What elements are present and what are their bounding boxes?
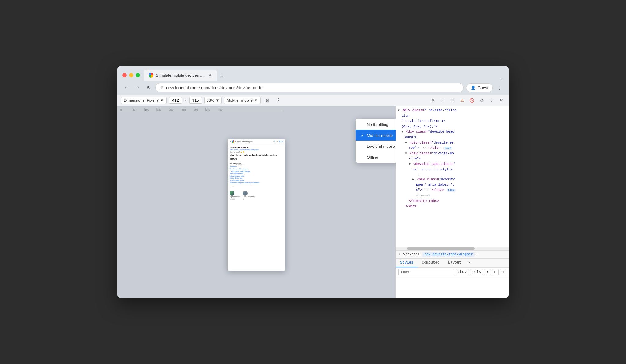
html-line-16: <!---->	[398, 193, 507, 198]
settings-button[interactable]: ⚙	[478, 96, 485, 104]
mobile-frame: ☰ Chrome for Developers 🔍 ☀ Sign in Chro…	[228, 139, 285, 271]
styles-more-tabs-button[interactable]: »	[466, 259, 473, 267]
mobile-avatar-2	[243, 191, 248, 196]
html-tree: ▼ <div class=" devsite-collap tion " sty…	[396, 106, 509, 247]
more-panels-button[interactable]: »	[449, 96, 456, 104]
dimension-selector[interactable]: Dimensions: Pixel 7 ▼	[121, 97, 167, 104]
html-line-8: row"> ··· </div> flex	[398, 145, 507, 151]
mobile-site-name: Chrome for Developers	[235, 141, 253, 143]
breadcrumb-item-nav-tabs[interactable]: nav.devsite-tabs-wrapper	[422, 252, 474, 257]
select-element-button[interactable]: ⎘	[429, 96, 436, 104]
computed-icon-button[interactable]: ⊡	[492, 269, 499, 275]
throttle-label: Mid-tier mobile	[227, 98, 253, 103]
mobile-toc-heading: On this page ⌄	[230, 163, 283, 165]
more-options-button[interactable]: ⋮	[274, 96, 283, 104]
html-line-18: </div>	[398, 204, 507, 209]
browser-menu-button[interactable]: ⋮	[495, 83, 504, 92]
mobile-page-title: Simulate mobile devices with device mode	[230, 154, 283, 161]
html-line-15: s"> ··· </nav> flex	[398, 187, 507, 193]
tab-styles[interactable]: Styles	[396, 259, 418, 267]
collapse-icon-3[interactable]: ▼	[405, 141, 407, 144]
flex-badge-1: flex	[443, 147, 452, 150]
mobile-author-link-twitter: 𝕏	[230, 198, 231, 200]
device-mode-button[interactable]: ▭	[439, 96, 446, 104]
mobile-sign-in: Sign in	[279, 140, 283, 143]
devtools-close-button[interactable]: ✕	[498, 96, 505, 104]
throttle-option-label-4: Offline	[367, 155, 378, 160]
maximize-button[interactable]	[136, 73, 140, 77]
new-tab-button[interactable]: +	[218, 72, 226, 81]
height-input[interactable]	[189, 97, 202, 104]
throttle-button[interactable]: Mid-tier mobile ▼	[224, 97, 261, 104]
title-bar: Simulate mobile devices with ✕ + ⌄	[117, 66, 509, 81]
collapse-icon-5[interactable]: ▼	[409, 162, 411, 166]
toc-item-responsive: Responsive Viewport Mode	[230, 170, 283, 172]
tab-close-button[interactable]: ✕	[207, 73, 212, 78]
back-button[interactable]: ←	[122, 83, 131, 92]
tab-favicon	[149, 73, 153, 78]
html-line-4: (0px, 0px, 0px);">	[398, 124, 507, 129]
new-style-rule-button[interactable]: ⊞	[500, 269, 506, 275]
mobile-brightness-icon: ☀	[276, 140, 278, 143]
styles-filter-bar: :hov .cls + ⊡ ⊞	[396, 268, 509, 277]
guest-button[interactable]: 👤 Guest	[466, 83, 493, 92]
tab-layout[interactable]: Layout	[444, 259, 466, 267]
mobile-author-link-github-2: ◎	[243, 198, 244, 200]
flex-badge-2: flex	[447, 189, 456, 192]
error-icon: 🚫	[468, 96, 476, 104]
zoom-selector[interactable]: 33% ▼	[204, 97, 222, 104]
mobile-author-links-1: 𝕏 ◎ ▣	[230, 198, 240, 200]
tab-title: Simulate mobile devices with	[156, 73, 205, 78]
close-button[interactable]	[122, 73, 127, 77]
html-tree-scrollbar-thumb[interactable]	[407, 247, 475, 250]
tab-bar: Simulate mobile devices with ✕ + ⌄	[144, 70, 504, 81]
styles-panel: Styles Computed Layout » :hov .cls + ⊡ ⊞	[396, 258, 509, 298]
devtools-more-button[interactable]: ⋮	[488, 96, 495, 104]
main-area: 0 50 100 150 200 250 300 350 400 ☰ Chrom	[117, 106, 509, 298]
forward-button[interactable]: →	[133, 83, 142, 92]
toc-item-rotate: Rotate the viewport to landscape orienta…	[230, 182, 283, 184]
breadcrumb-item-ver-tabs[interactable]: ver-tabs	[402, 252, 422, 257]
minimize-button[interactable]	[129, 73, 133, 77]
width-input[interactable]	[169, 97, 182, 104]
mobile-toc-toggle-icon: ⌄	[241, 163, 243, 165]
collapse-icon-2[interactable]: ▼	[401, 130, 403, 133]
reload-button[interactable]: ↻	[144, 83, 153, 92]
throttle-option-mid-tier[interactable]: ✓ Mid-tier mobile	[356, 130, 396, 141]
mobile-avatar-1	[230, 191, 234, 196]
styles-filter-input[interactable]	[398, 269, 454, 275]
device-orientation-button[interactable]: ⊕	[263, 96, 272, 104]
expand-button[interactable]: ⌄	[500, 76, 504, 81]
address-bar[interactable]: ⊕ developer.chrome.com/docs/devtools/dev…	[155, 83, 464, 92]
tab-computed[interactable]: Computed	[418, 259, 444, 267]
dimension-separator: ×	[184, 98, 187, 103]
html-line-5: ▼ <div class="devsite-head	[398, 129, 507, 135]
ruler-top: 0 50 100 150 200 250 300 350 400	[117, 106, 282, 111]
breadcrumb-arrow-right[interactable]: ›	[476, 253, 478, 256]
throttle-option-label-3: Low-end mobile	[367, 144, 395, 149]
address-security-icon: ⊕	[160, 86, 164, 90]
collapse-icon-6[interactable]: ▶	[412, 178, 414, 181]
mobile-header-icons: 🔍 ☀ Sign in	[273, 140, 283, 143]
styles-tabs: Styles Computed Layout »	[396, 259, 509, 268]
cls-button[interactable]: .cls	[470, 269, 483, 275]
mobile-author-1: Kayce Basques 𝕏 ◎ ▣	[230, 191, 240, 200]
active-tab[interactable]: Simulate mobile devices with ✕	[144, 70, 217, 81]
html-tree-scrollbar[interactable]	[396, 247, 509, 250]
collapse-icon-1[interactable]: ▼	[398, 109, 400, 112]
add-style-button[interactable]: +	[484, 269, 491, 275]
mobile-menu-icon: ☰	[230, 140, 231, 143]
throttle-option-offline[interactable]: ✓ Offline	[356, 152, 396, 163]
breadcrumb-arrow-left[interactable]: ‹	[398, 253, 400, 256]
warning-icon: ⚠	[458, 96, 466, 104]
html-line-17: </devsite-tabs>	[398, 198, 507, 204]
mobile-browser-bar: ☰ Chrome for Developers 🔍 ☀ Sign in	[228, 139, 285, 144]
guest-label: Guest	[477, 86, 488, 90]
throttle-option-low-end[interactable]: ✓ Low-end mobile	[356, 141, 396, 152]
toc-item-device-mode: Device-specific mode	[230, 180, 283, 181]
throttle-option-no-throttling[interactable]: ✓ No throttling	[356, 119, 396, 130]
collapse-icon-4[interactable]: ▼	[405, 152, 407, 155]
devtools-panel: ▼ <div class=" devsite-collap tion " sty…	[396, 106, 509, 298]
hov-button[interactable]: :hov	[456, 269, 469, 275]
mobile-author-links-2: ◎	[243, 198, 255, 200]
